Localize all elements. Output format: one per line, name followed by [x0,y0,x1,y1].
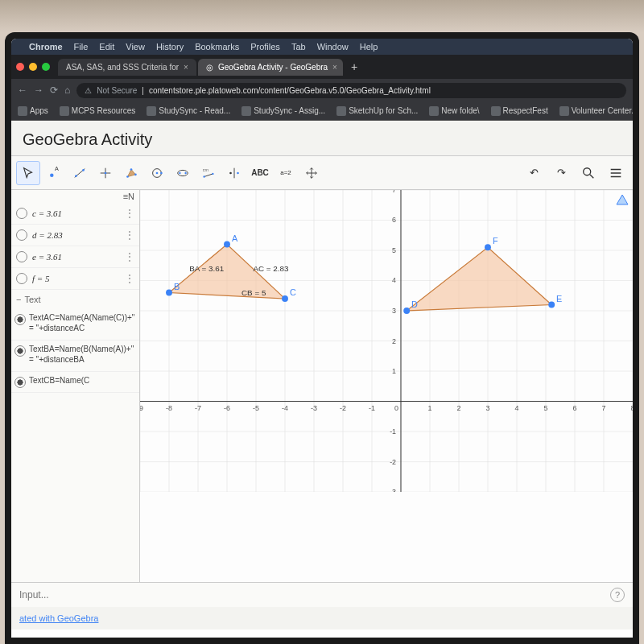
menu-history[interactable]: History [156,42,184,52]
svg-text:D: D [411,299,418,309]
close-tab-icon[interactable]: × [184,63,188,72]
pointer-tool[interactable] [16,161,40,185]
svg-text:5: 5 [392,246,396,254]
svg-text:AC = 2.83: AC = 2.83 [253,264,289,273]
command-input[interactable] [19,589,610,601]
reload-icon[interactable]: ⟳ [50,85,58,96]
menu-view[interactable]: View [126,42,145,52]
svg-point-19 [203,175,204,177]
svg-point-94 [403,308,410,314]
svg-text:F: F [493,236,498,246]
move-view-tool[interactable] [299,161,324,185]
visibility-toggle[interactable] [14,377,26,388]
svg-point-0 [50,173,54,177]
visibility-toggle[interactable] [16,273,27,284]
close-tab-icon[interactable]: × [332,63,337,72]
text-object[interactable]: TextAC=Name(A(Name(C))+" = "+distanceAC [11,309,139,341]
svg-text:1: 1 [428,404,432,412]
menu-chrome[interactable]: Chrome [29,42,63,52]
svg-text:4: 4 [392,276,396,284]
bookmark-item[interactable]: RespectFest [491,106,548,116]
new-tab-button[interactable]: + [345,60,364,73]
kebab-icon[interactable]: ⋮ [125,273,134,284]
kebab-icon[interactable]: ⋮ [125,251,134,262]
svg-point-23 [237,171,239,174]
svg-text:-6: -6 [224,404,230,412]
redo-button[interactable]: ↷ [549,161,573,185]
svg-text:E: E [556,294,562,303]
line-tool[interactable] [68,161,92,185]
svg-text:-5: -5 [253,404,259,412]
text-object[interactable]: TextCB=Name(C [11,372,139,393]
svg-text:7: 7 [392,190,396,194]
help-icon[interactable]: ? [610,588,625,602]
macos-menubar: ChromeFileEditViewHistoryBookmarksProfil… [11,39,633,55]
bookmark-item[interactable]: StudySync - Read... [147,106,230,116]
bookmark-item[interactable]: SketchUp for Sch... [336,106,418,116]
undo-button[interactable]: ↶ [522,161,546,185]
point-tool[interactable]: A [42,161,66,185]
menu-edit[interactable]: Edit [99,42,114,52]
address-field[interactable]: ⚠ Not Secure | contentstore.ple.platoweb… [76,83,626,98]
browser-tab[interactable]: ASA, SAS, and SSS Criteria for× [58,59,196,76]
algebra-item[interactable]: e = 3.61⋮ [11,246,139,268]
visibility-toggle[interactable] [14,314,26,325]
kebab-icon[interactable]: ⋮ [125,208,134,219]
svg-line-18 [204,173,213,176]
graphics-view[interactable]: -9-8-7-6-5-4-3-2-112345678-3-2-112345670… [140,190,633,582]
svg-text:cm: cm [203,167,209,172]
svg-point-20 [212,172,213,174]
menu-profiles[interactable]: Profiles [250,42,280,52]
algebra-item[interactable]: c = 3.61⋮ [11,203,139,225]
svg-text:0: 0 [394,404,398,412]
svg-text:2: 2 [457,404,461,412]
search-icon[interactable] [576,161,601,185]
slider-tool[interactable]: a=2 [274,161,298,185]
angle-tool[interactable]: cm [196,161,221,185]
svg-text:7: 7 [602,404,606,412]
visibility-toggle[interactable] [14,345,26,357]
kebab-icon[interactable]: ⋮ [125,229,134,241]
visibility-toggle[interactable] [16,208,27,219]
svg-text:-2: -2 [390,458,396,466]
menu-icon[interactable] [604,161,628,185]
svg-text:4: 4 [515,404,519,412]
visibility-toggle[interactable] [16,251,27,262]
forward-icon[interactable]: → [34,85,43,96]
reflect-tool[interactable] [222,161,246,185]
bookmark-item[interactable]: Volunteer Center... [559,106,633,116]
sort-toggle[interactable]: ≡N [11,190,139,203]
text-object[interactable]: TextBA=Name(B(Name(A))+" = "+distanceBA [11,341,139,372]
text-tool[interactable]: ABC [248,161,272,185]
window-controls[interactable] [16,63,50,71]
svg-text:-8: -8 [166,404,172,412]
style-bar-icon[interactable] [613,192,631,209]
bookmark-item[interactable]: StudySync - Assig... [242,106,325,116]
svg-text:3: 3 [392,307,396,315]
perpendicular-tool[interactable] [93,161,118,185]
input-bar: ? [11,582,633,607]
browser-tab[interactable]: ◎GeoGebra Activity - GeoGebra× [198,59,343,76]
back-icon[interactable]: ← [18,85,27,96]
svg-point-16 [184,171,186,173]
algebra-item[interactable]: d = 2.83⋮ [11,225,139,246]
menu-tab[interactable]: Tab [291,42,306,52]
text-section[interactable]: − Text [11,290,139,309]
visibility-toggle[interactable] [16,229,27,241]
circle-tool[interactable] [145,161,169,185]
bookmark-item[interactable]: MCPS Resources [60,106,135,116]
apps-shortcut[interactable]: Apps [18,106,48,116]
menu-file[interactable]: File [74,42,89,52]
menu-bookmarks[interactable]: Bookmarks [195,42,239,52]
geogebra-credit-link[interactable]: ated with GeoGebra [11,607,633,630]
bookmark-item[interactable]: New folde\ [429,106,479,116]
svg-text:2: 2 [392,337,396,345]
svg-point-7 [105,171,107,174]
menu-window[interactable]: Window [317,42,349,52]
polygon-tool[interactable] [119,161,143,185]
ellipse-tool[interactable] [171,161,195,185]
home-icon[interactable]: ⌂ [64,85,70,96]
svg-text:C: C [290,287,296,297]
algebra-item[interactable]: f = 5⋮ [11,268,139,290]
menu-help[interactable]: Help [360,42,378,52]
